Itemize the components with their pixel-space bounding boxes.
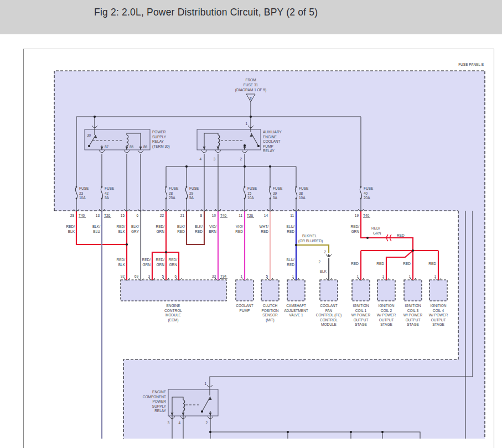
junction-dot (412, 249, 414, 252)
junction-dot (381, 431, 384, 433)
diagram-label: BLU/ (287, 258, 295, 262)
diagram-label: OUTPUT (379, 318, 394, 322)
diagram-label: RELAY (263, 149, 275, 153)
diagram-label: 15 (121, 213, 125, 217)
diagram-label: GRY (131, 230, 139, 233)
diagram-label: RED (403, 262, 411, 265)
diagram-label: W/ POWER (351, 313, 371, 317)
diagram-label: 1 (245, 122, 247, 126)
clutch-position-sensor-box (261, 280, 279, 301)
ignition-coil-2-box (377, 280, 395, 301)
diagram-label: 1 (356, 274, 359, 278)
diagram-label: (M/T) (266, 318, 275, 322)
diagram-label: BLK (118, 263, 126, 267)
diagram-label: 11 (290, 213, 294, 217)
diagram-label: CONTROL (164, 309, 182, 312)
diagram-label: T26 (247, 213, 253, 217)
diagram-label: GRN (351, 230, 360, 233)
diagram-label: RELAY (152, 139, 164, 143)
diagram-label: VALVE 1 (289, 313, 303, 317)
junction-dot (269, 165, 271, 168)
diagram-label: COMPONENT (143, 395, 166, 399)
diagram-label: WHT/ (259, 225, 268, 228)
fuse-42-dot-bottom (101, 198, 103, 200)
fuse-panel-b-label: FUSE PANEL B (458, 62, 484, 66)
diagram-label: 30 (87, 133, 91, 137)
diagram-label: 33 (212, 274, 216, 278)
triangle-label: E (250, 97, 252, 100)
page-title: Fig 2: 2.0L, Power Distribution Circuit,… (94, 7, 318, 18)
diagram-label: COIL 3 (407, 309, 419, 312)
diagram-label: (DIAGRAM 1 OF 5) (235, 88, 266, 92)
diagram-label: STAGE (407, 322, 419, 326)
diagram-label: 38 (299, 191, 303, 195)
diagram-label: 86 (143, 145, 148, 149)
diagram-label: 11 (239, 213, 242, 217)
diagram-label: BLK (68, 230, 75, 233)
diagram-label: 3 (148, 274, 150, 278)
junction-dot (94, 116, 96, 118)
junction-dot (295, 244, 297, 246)
diagram-label: RED/ (156, 258, 164, 262)
diagram-label: RED/ (350, 225, 359, 228)
diagram-label: RED (235, 230, 243, 233)
junction-dot (126, 243, 128, 246)
diagram-label: 19 (355, 213, 359, 217)
diagram-label: ENGINE (167, 304, 181, 308)
diagram-label: ENGINE (152, 390, 167, 394)
diagram-label: FUSE (299, 186, 309, 190)
junction-dot (366, 237, 369, 239)
diagram-label: IGNITION (379, 304, 395, 308)
diagram-label: 28 (169, 191, 173, 195)
diagram-label: 39 (273, 191, 277, 195)
junction-dot (88, 145, 90, 147)
diagram-label: MODULE (321, 322, 337, 326)
diagram-label: RED (287, 263, 294, 267)
diagram-label: FUSE (169, 186, 179, 190)
diagram-label: BLK (118, 230, 126, 233)
diagram-label: IGNITION (353, 304, 369, 308)
diagram-label: 3 (213, 157, 215, 161)
diagram-label: FUSE (247, 186, 257, 190)
diagram-label: 5A (105, 196, 110, 200)
diagram-label: SUPPLY (152, 404, 167, 408)
junction-dot (209, 431, 211, 433)
diagram-label: 2 (324, 250, 326, 254)
fuse-29-dot-bottom (186, 198, 188, 200)
diagram-label: POWER (152, 399, 166, 403)
diagram-label: 3 (167, 421, 169, 425)
diagram-label: BLK/ (131, 225, 139, 228)
diagram-label: CONTROL (320, 318, 338, 322)
diagram-label: STAGE (380, 322, 392, 326)
diagram-label: IGNITION (431, 304, 447, 308)
diagram-label: COOLANT (320, 304, 337, 308)
diagram-frame: EFUSE PANEL BFROMFUSE 31(DIAGRAM 1 OF 5)… (23, 49, 494, 448)
diagram-label: T26 (104, 213, 111, 217)
camshaft-adjustment-valve-box (287, 280, 305, 301)
junction-dot (185, 165, 188, 168)
diagram-label: 87 (105, 145, 109, 149)
diagram-label: FAN (325, 309, 333, 312)
diagram-label: COIL 2 (381, 309, 392, 312)
diagram-label: RED (261, 230, 268, 233)
diagram-label: 85 (130, 145, 134, 149)
diagram-label: RED/ (116, 225, 125, 228)
diagram-label: CAMSHAFT (286, 304, 306, 308)
diagram-label: (TERM 30) (152, 144, 170, 149)
diagram-label: FUSE (273, 186, 283, 190)
diagram-label: 42 (105, 191, 109, 195)
diagram-label: RED (351, 262, 359, 265)
diagram-label: GRN (143, 263, 151, 267)
title-bar: Fig 2: 2.0L, Power Distribution Circuit,… (0, 0, 502, 34)
diagram-label: W/ POWER (377, 313, 396, 317)
junction-dot (257, 145, 260, 147)
diagram-label: W/ POWER (429, 313, 448, 317)
diagram-label: 22 (160, 213, 164, 217)
diagram-label: RED/ (371, 226, 380, 230)
diagram-label: 5 (266, 274, 268, 278)
diagram-label: (OR BLU/RED) (298, 239, 323, 243)
diagram-label: SUPPLY (152, 135, 167, 139)
diagram-label: 92 (121, 274, 125, 278)
diagram-label: MODULE (165, 313, 181, 317)
diagram-label: IGNITION (405, 304, 421, 308)
